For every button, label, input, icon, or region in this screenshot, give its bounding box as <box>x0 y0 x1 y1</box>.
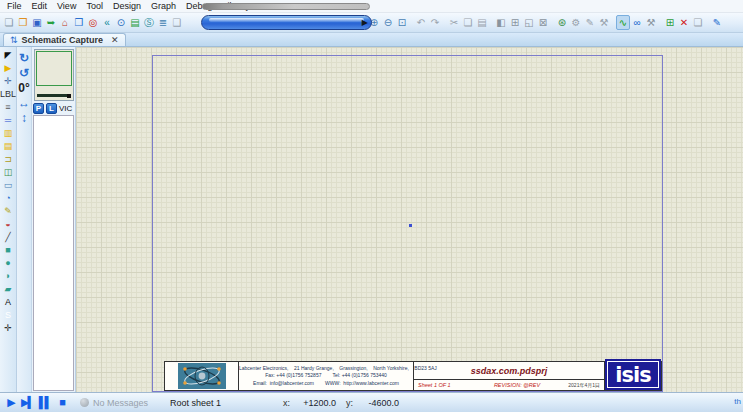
bill-of-materials-icon[interactable]: ≣ <box>156 15 170 30</box>
source-code-icon[interactable]: Ⓢ <box>142 15 156 30</box>
gerber-viewer-icon[interactable]: ⊙ <box>114 15 128 30</box>
menu-bar: File Edit View Tool Design Graph Debug L… <box>0 0 743 13</box>
search-tag-binoculars-icon[interactable]: ∞ <box>630 15 644 30</box>
tab-schematic-capture[interactable]: ⇅ Schematic Capture ✕ <box>3 33 126 46</box>
block-delete-icon[interactable]: ⊠ <box>536 15 550 30</box>
subcircuit-mode-icon[interactable]: ▥ <box>1 127 16 140</box>
library-manager-button[interactable]: L <box>46 103 57 114</box>
junction-dot-icon[interactable]: ✛ <box>1 75 16 88</box>
origin-marker-dot <box>409 224 412 227</box>
voltage-probe-icon[interactable]: ✎ <box>1 205 16 218</box>
menu-item[interactable]: Design <box>108 1 146 11</box>
stop-button[interactable]: ■ <box>53 395 70 411</box>
pcb-layout-icon[interactable]: ◎ <box>86 15 100 30</box>
pause-button[interactable]: ▌▌ <box>36 395 53 411</box>
menu-item[interactable]: View <box>52 1 81 11</box>
line-graphic-icon[interactable]: ╱ <box>1 231 16 244</box>
remove-sheet-icon[interactable]: ✕ <box>677 15 691 30</box>
cut-icon[interactable]: ✂ <box>447 15 461 30</box>
menu-item[interactable]: Tool <box>81 1 108 11</box>
circle-graphic-icon[interactable]: ● <box>1 257 16 270</box>
path-graphic-icon[interactable]: ▰ <box>1 283 16 296</box>
rotate-clockwise-icon[interactable]: ↻ <box>17 50 31 65</box>
design-explorer-icon[interactable]: ❑ <box>170 15 184 30</box>
isis-logo: isis <box>605 359 661 390</box>
undo-icon[interactable]: ↶ <box>414 15 428 30</box>
terminal-mode-icon[interactable]: ▤ <box>1 140 16 153</box>
symbol-mode-icon[interactable]: S <box>1 309 16 322</box>
menu-item[interactable]: Edit <box>27 1 53 11</box>
selector-header-row: P L VIC <box>32 102 75 115</box>
open-project-icon[interactable]: ❐ <box>16 15 30 30</box>
menu-item[interactable]: Graph <box>146 1 181 11</box>
device-pin-icon[interactable]: ⊐ <box>1 153 16 166</box>
graph-mode-icon[interactable]: ◫ <box>1 166 16 179</box>
cursor-coordinates: x: +1200.0 y: -4600.0 <box>283 393 399 412</box>
wrench-icon[interactable]: ⚙ <box>569 15 583 30</box>
sheet-info-row: Sheet 1 OF 1 REVISION: @REV 2021年4月1日 <box>414 379 604 390</box>
wire-autorouter-icon[interactable]: ∿ <box>616 15 630 30</box>
3d-visualizer-icon[interactable]: « <box>100 15 114 30</box>
sheet-number: Sheet 1 OF 1 <box>418 382 478 388</box>
set-property-icon[interactable]: ✎ <box>583 15 597 30</box>
new-sheet-icon[interactable]: ⊞ <box>663 15 677 30</box>
address-line: Email: info@labcenter.com WWW: http://ww… <box>239 380 413 387</box>
pick-devices-button[interactable]: P <box>33 103 44 114</box>
box-graphic-icon[interactable]: ■ <box>1 244 16 257</box>
x-value: +1200.0 <box>290 398 336 408</box>
overview-minimap[interactable] <box>34 49 74 101</box>
clipped-right-text: th <box>734 397 741 406</box>
tape-recorder-icon[interactable]: ▭ <box>1 179 16 192</box>
block-move-icon[interactable]: ⊞ <box>508 15 522 30</box>
tab-label: Schematic Capture <box>22 35 104 45</box>
marker-mode-icon[interactable]: ✛ <box>1 322 16 335</box>
device-list[interactable] <box>33 115 74 391</box>
message-status-icon <box>80 398 89 407</box>
document-info-cell: ssdax.com.pdsprj Sheet 1 OF 1 REVISION: … <box>414 362 605 390</box>
selection-mode-icon[interactable]: ◤ <box>1 49 16 62</box>
find-component-icon[interactable]: ⊛ <box>555 15 569 30</box>
property-assignment-tool-icon[interactable]: ⚒ <box>644 15 658 30</box>
bus-mode-icon[interactable]: ═ <box>1 114 16 127</box>
progress-cursor-icon: ▶ <box>362 18 368 27</box>
menu-item[interactable]: File <box>2 1 27 11</box>
text-graphic-icon[interactable]: A <box>1 296 16 309</box>
arc-graphic-icon[interactable]: ◗ <box>1 270 16 283</box>
component-mode-icon[interactable]: ▶ <box>1 62 16 75</box>
mirror-horizontal-icon[interactable]: ↔ <box>17 95 31 110</box>
schematic-capture-icon[interactable]: ❒ <box>72 15 86 30</box>
zoom-extents-icon[interactable]: ⊡ <box>395 15 409 30</box>
block-rotate-icon[interactable]: ◱ <box>522 15 536 30</box>
schematic-canvas[interactable]: Labcenter Electronics, 21 Hardy Grange, … <box>76 47 743 392</box>
toolbar-left-group: ❏ ❐ ▣ ➥ ⌂ ❒ <box>2 15 184 30</box>
company-logo-cell <box>165 362 239 390</box>
mirror-vertical-icon[interactable]: ↕ <box>17 110 31 125</box>
home-page-icon[interactable]: ⌂ <box>58 15 72 30</box>
current-probe-icon[interactable]: ◒ <box>1 218 16 231</box>
rotate-anticlockwise-icon[interactable]: ↺ <box>17 65 31 80</box>
rotation-angle[interactable]: 0° <box>17 80 31 95</box>
edit-design-properties-icon[interactable]: ✎ <box>710 15 724 30</box>
overlay-progress-bar-gray <box>202 3 370 10</box>
overlay-progress-bar-blue[interactable]: ▶ <box>201 15 372 30</box>
root-sheet-label: Root sheet 1 <box>170 398 221 408</box>
zoom-out-icon[interactable]: ⊖ <box>381 15 395 30</box>
library-manager-icon[interactable]: ▤ <box>128 15 142 30</box>
import-project-icon[interactable]: ➥ <box>44 15 58 30</box>
tab-close-icon[interactable]: ✕ <box>111 35 119 45</box>
goto-sheet-icon[interactable]: ❏ <box>691 15 705 30</box>
new-project-icon[interactable]: ❏ <box>2 15 16 30</box>
design-rule-hammer-icon[interactable]: ⚒ <box>597 15 611 30</box>
save-project-icon[interactable]: ▣ <box>30 15 44 30</box>
block-copy-icon[interactable]: ◧ <box>494 15 508 30</box>
copy-icon[interactable]: ❏ <box>461 15 475 30</box>
sheet-border: Labcenter Electronics, 21 Hardy Grange, … <box>152 55 663 392</box>
play-button[interactable]: ▶ <box>2 395 19 411</box>
step-button[interactable]: ▶▍ <box>19 395 36 411</box>
wire-label-icon[interactable]: LBL <box>1 88 16 101</box>
redo-icon[interactable]: ↷ <box>428 15 442 30</box>
paste-icon[interactable]: ▤ <box>475 15 489 30</box>
message-area[interactable]: No Messages <box>80 398 148 408</box>
generator-mode-icon[interactable]: ◔ <box>1 192 16 205</box>
text-script-icon[interactable]: ≡ <box>1 101 16 114</box>
